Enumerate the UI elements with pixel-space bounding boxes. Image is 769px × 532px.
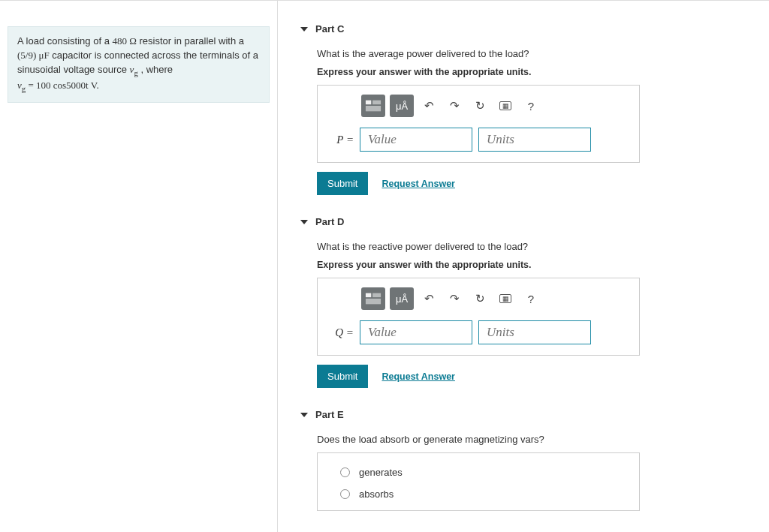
help-button[interactable]: ?: [520, 95, 541, 117]
svg-rect-4: [372, 293, 381, 298]
keyboard-icon: ▦: [499, 294, 512, 303]
keyboard-button[interactable]: ▦: [495, 287, 516, 310]
radio-icon: [340, 489, 350, 499]
part-e-options: generates absorbs: [317, 452, 640, 511]
units-input[interactable]: [478, 128, 591, 152]
vg-equation: vg = 100 cos5000t V.: [17, 80, 99, 91]
part-c-instruction: Express your answer with the appropriate…: [317, 67, 754, 77]
svg-rect-2: [366, 106, 381, 111]
redo-button[interactable]: ↷: [444, 287, 465, 310]
svg-rect-5: [366, 299, 381, 304]
units-input[interactable]: [478, 320, 591, 344]
request-answer-link[interactable]: Request Answer: [381, 179, 454, 189]
templates-button[interactable]: [361, 287, 385, 310]
option-label: generates: [359, 467, 403, 478]
value-input[interactable]: [360, 128, 472, 152]
undo-button[interactable]: ↶: [418, 95, 439, 117]
svg-rect-1: [372, 101, 381, 105]
chevron-down-icon: [300, 27, 308, 32]
resistor-value: 480 Ω: [112, 35, 136, 47]
part-d-instruction: Express your answer with the appropriate…: [317, 260, 754, 270]
option-generates[interactable]: generates: [328, 464, 629, 485]
toolbar: μÅ ↶ ↷ ↻ ▦ ?: [361, 287, 629, 310]
text: resistor in parallel with a: [140, 35, 244, 47]
chevron-down-icon: [300, 413, 308, 417]
text: A load consisting of a: [17, 35, 112, 47]
part-title: Part D: [315, 216, 344, 227]
toolbar: μÅ ↶ ↷ ↻ ▦ ?: [361, 95, 629, 117]
vg-symbol: vg: [130, 64, 138, 75]
keyboard-button[interactable]: ▦: [495, 95, 516, 117]
submit-button[interactable]: Submit: [317, 365, 368, 388]
reset-button[interactable]: ↻: [469, 95, 490, 117]
capacitor-value: (5/9) μF: [17, 50, 50, 61]
svg-rect-0: [366, 101, 371, 105]
request-answer-link[interactable]: Request Answer: [381, 371, 454, 382]
part-d: Part D What is the reactive power delive…: [300, 216, 754, 388]
keyboard-icon: ▦: [499, 101, 512, 110]
symbol-label: Q =: [328, 326, 354, 339]
units-picker-button[interactable]: μÅ: [390, 95, 414, 117]
part-c: Part C What is the average power deliver…: [300, 23, 754, 195]
templates-button[interactable]: [361, 95, 385, 117]
part-title: Part C: [315, 23, 344, 35]
undo-button[interactable]: ↶: [418, 287, 439, 310]
option-label: absorbs: [359, 488, 394, 500]
svg-rect-3: [366, 293, 371, 298]
value-input[interactable]: [360, 320, 472, 344]
templates-icon: [365, 292, 381, 305]
part-title: Part E: [315, 409, 344, 420]
redo-button[interactable]: ↷: [444, 95, 465, 117]
part-d-question: What is the reactive power delivered to …: [317, 241, 754, 252]
templates-icon: [365, 99, 381, 113]
help-button[interactable]: ?: [520, 287, 541, 310]
text: capacitor is connected across the termin…: [17, 50, 258, 75]
symbol-label: P =: [328, 134, 354, 146]
part-c-question: What is the average power delivered to t…: [317, 48, 754, 59]
option-absorbs[interactable]: absorbs: [328, 485, 629, 507]
text: , where: [140, 64, 173, 75]
radio-icon: [340, 467, 350, 477]
chevron-down-icon: [300, 220, 308, 224]
reset-button[interactable]: ↻: [469, 287, 490, 310]
part-d-answer-box: μÅ ↶ ↷ ↻ ▦ ? Q =: [317, 278, 640, 356]
part-d-header[interactable]: Part D: [300, 216, 754, 227]
part-e: Part E Does the load absorb or generate …: [300, 409, 754, 511]
part-c-answer-box: μÅ ↶ ↷ ↻ ▦ ? P =: [317, 85, 640, 163]
part-e-question: Does the load absorb or generate magneti…: [317, 434, 754, 445]
part-c-header[interactable]: Part C: [300, 23, 754, 35]
problem-statement: A load consisting of a 480 Ω resistor in…: [8, 26, 270, 103]
units-picker-button[interactable]: μÅ: [390, 287, 414, 310]
part-e-header[interactable]: Part E: [300, 409, 754, 420]
submit-button[interactable]: Submit: [317, 172, 368, 195]
